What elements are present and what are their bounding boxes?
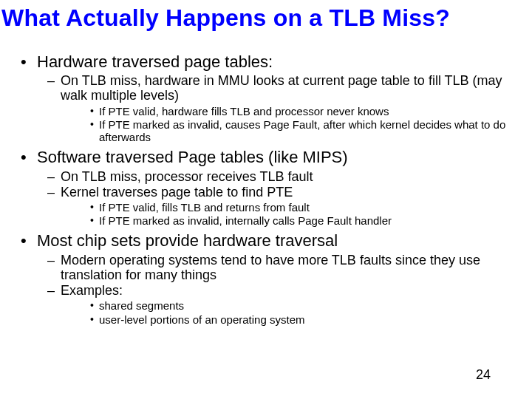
l3-text: If PTE valid, hardware fills TLB and pro… bbox=[99, 105, 389, 117]
l3-item: user-level portions of an operating syst… bbox=[61, 313, 517, 326]
l2-text: Modern operating systems tend to have mo… bbox=[61, 253, 480, 282]
l2-text: On TLB miss, processor receives TLB faul… bbox=[61, 169, 313, 184]
slide: What Actually Happens on a TLB Miss? Har… bbox=[0, 0, 532, 399]
bullet-list: Hardware traversed page tables: On TLB m… bbox=[21, 52, 517, 326]
l3-item: If PTE marked as invalid, internally cal… bbox=[61, 214, 517, 227]
l2-text: Kernel traverses page table to find PTE bbox=[61, 185, 293, 200]
l1-text: Hardware traversed page tables: bbox=[37, 52, 273, 71]
l2-item: On TLB miss, hardware in MMU looks at cu… bbox=[37, 73, 517, 143]
l1-text: Most chip sets provide hardware traversa… bbox=[37, 231, 338, 250]
page-number: 24 bbox=[476, 367, 491, 383]
slide-body: Hardware traversed page tables: On TLB m… bbox=[0, 32, 532, 326]
l3-text: If PTE marked as invalid, internally cal… bbox=[99, 214, 392, 227]
l3-item: If PTE marked as invalid, causes Page Fa… bbox=[61, 118, 517, 144]
l2-item: Modern operating systems tend to have mo… bbox=[37, 253, 517, 282]
l3-text: user-level portions of an operating syst… bbox=[99, 313, 304, 326]
l3-item: If PTE valid, hardware fills TLB and pro… bbox=[61, 105, 517, 117]
l3-item: If PTE valid, fills TLB and returns from… bbox=[61, 201, 517, 214]
l3-text: If PTE marked as invalid, causes Page Fa… bbox=[99, 118, 505, 143]
l1-item: Most chip sets provide hardware traversa… bbox=[21, 231, 517, 325]
l3-text: If PTE valid, fills TLB and returns from… bbox=[99, 201, 310, 214]
l1-item: Hardware traversed page tables: On TLB m… bbox=[21, 52, 517, 143]
l2-text: On TLB miss, hardware in MMU looks at cu… bbox=[61, 73, 502, 103]
l2-item: Examples: shared segments user-level por… bbox=[37, 283, 517, 326]
l3-item: shared segments bbox=[61, 299, 517, 312]
slide-title: What Actually Happens on a TLB Miss? bbox=[0, 0, 532, 32]
l1-text: Software traversed Page tables (like MIP… bbox=[37, 148, 348, 166]
l2-item: On TLB miss, processor receives TLB faul… bbox=[37, 169, 517, 184]
l2-item: Kernel traverses page table to find PTE … bbox=[37, 185, 517, 228]
l2-text: Examples: bbox=[61, 283, 123, 298]
l3-text: shared segments bbox=[99, 299, 184, 312]
l1-item: Software traversed Page tables (like MIP… bbox=[21, 148, 517, 227]
